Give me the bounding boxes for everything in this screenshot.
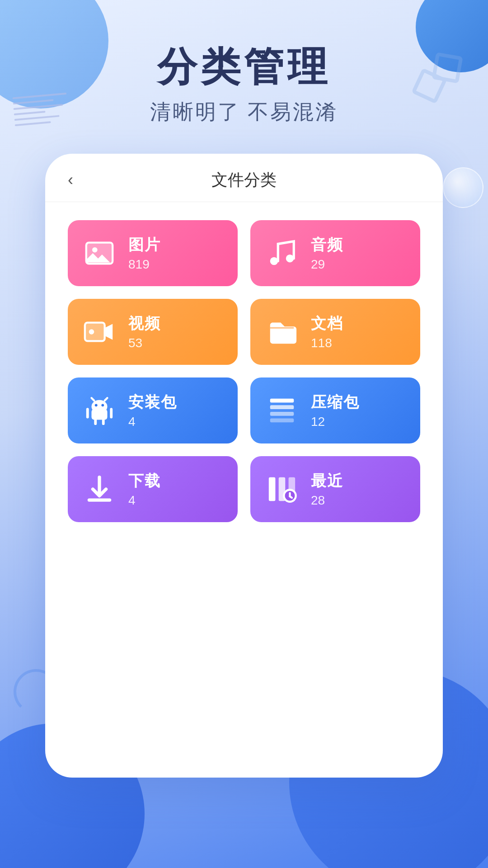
recent-count: 28: [311, 493, 343, 508]
header-section: 分类管理 清晰明了 不易混淆: [0, 45, 488, 126]
category-images[interactable]: 图片 819: [68, 220, 238, 286]
category-video[interactable]: 视频 53: [68, 299, 238, 365]
category-zip[interactable]: 压缩包 12: [250, 377, 420, 443]
svg-rect-22: [269, 477, 276, 501]
audio-text: 音频 29: [311, 235, 343, 272]
video-label: 视频: [128, 313, 161, 334]
svg-point-6: [89, 329, 94, 335]
svg-point-10: [101, 404, 104, 406]
apk-icon: [81, 392, 117, 429]
svg-rect-21: [88, 498, 112, 501]
documents-count: 118: [311, 336, 343, 350]
svg-rect-8: [92, 409, 108, 420]
zip-icon: [264, 392, 300, 429]
phone-screen-title: 文件分类: [211, 169, 277, 191]
zip-text: 压缩包 12: [311, 392, 360, 429]
svg-line-15: [92, 398, 94, 401]
svg-rect-19: [270, 412, 294, 416]
downloads-text: 下载 4: [128, 471, 161, 508]
recent-label: 最近: [311, 471, 343, 491]
apk-count: 4: [128, 415, 177, 429]
sub-title: 清晰明了 不易混淆: [0, 98, 488, 126]
audio-icon: [264, 235, 300, 271]
svg-point-3: [270, 257, 278, 265]
images-label: 图片: [128, 235, 161, 255]
downloads-icon: [81, 471, 117, 507]
svg-point-2: [92, 247, 98, 253]
category-documents[interactable]: 文档 118: [250, 299, 420, 365]
svg-line-16: [105, 398, 108, 401]
phone-header: ‹ 文件分类: [45, 154, 443, 202]
svg-rect-18: [270, 405, 294, 409]
svg-rect-20: [270, 419, 294, 423]
images-icon: [81, 235, 117, 271]
video-count: 53: [128, 336, 161, 350]
file-category-grid: 图片 819 音频 29: [45, 202, 443, 540]
deco-bubble-right: [443, 167, 483, 208]
apk-label: 安装包: [128, 392, 177, 413]
downloads-count: 4: [128, 493, 161, 508]
zip-label: 压缩包: [311, 392, 360, 413]
video-icon: [81, 314, 117, 350]
audio-count: 29: [311, 257, 343, 272]
svg-rect-5: [85, 323, 105, 341]
documents-icon: [264, 314, 300, 350]
documents-text: 文档 118: [311, 313, 343, 350]
documents-label: 文档: [311, 313, 343, 334]
svg-point-9: [95, 404, 98, 406]
images-count: 819: [128, 257, 161, 272]
svg-rect-17: [270, 399, 294, 403]
zip-count: 12: [311, 415, 360, 429]
category-apk[interactable]: 安装包 4: [68, 377, 238, 443]
svg-line-28: [290, 496, 292, 498]
recent-icon: [264, 471, 300, 507]
back-button[interactable]: ‹: [68, 172, 73, 188]
audio-label: 音频: [311, 235, 343, 255]
apk-text: 安装包 4: [128, 392, 177, 429]
downloads-label: 下载: [128, 471, 161, 491]
recent-text: 最近 28: [311, 471, 343, 508]
category-audio[interactable]: 音频 29: [250, 220, 420, 286]
category-downloads[interactable]: 下载 4: [68, 456, 238, 522]
video-text: 视频 53: [128, 313, 161, 350]
phone-mockup: ‹ 文件分类 图片 819: [45, 154, 443, 778]
category-recent[interactable]: 最近 28: [250, 456, 420, 522]
svg-point-4: [286, 255, 294, 263]
main-title: 分类管理: [0, 45, 488, 89]
images-text: 图片 819: [128, 235, 161, 272]
